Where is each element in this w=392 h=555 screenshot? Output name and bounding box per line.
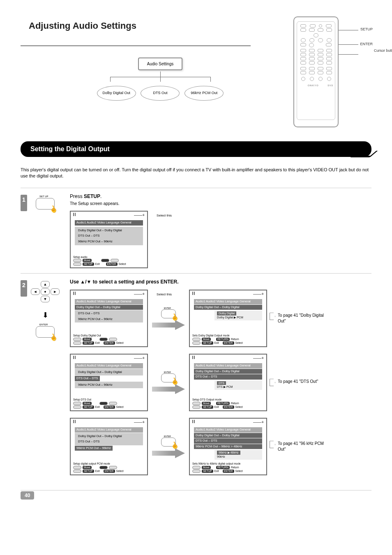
page-number: 40: [21, 491, 34, 500]
remote-label-cursor: Cursor buttons (▲/▼/◀/▶): [374, 48, 392, 53]
cursor-left-icon: ◄: [31, 288, 40, 295]
enter-button-icon: ENTER: [36, 326, 55, 338]
setup-screen-1: + Select this Audio1 Audio2 Video Langua…: [70, 211, 148, 268]
note-dts: To page 41 "DTS Out": [267, 377, 333, 388]
down-arrow-icon: ⬇: [21, 311, 70, 320]
intro-text: This player's digital output can be turn…: [21, 167, 371, 180]
tree-leaf-dts: DTS Out: [141, 86, 180, 101]
step-number: 1: [21, 195, 27, 211]
cursor-up-icon: ▲: [41, 281, 50, 288]
remote-label-enter: ENTER: [360, 42, 373, 46]
arrow-right-icon: [152, 384, 185, 394]
hr-line: [21, 45, 251, 46]
enter-button-icon: ENTER: [161, 309, 176, 318]
settings-tree: Audio Settings Dolby Digital Out DTS Out…: [95, 58, 226, 101]
screen-left-96khz: + Audio1 Audio2 Video Language General D…: [70, 418, 148, 475]
tree-leaf-96khz: 96kHz PCM Out: [184, 86, 224, 101]
screen-right-96khz: + Audio1 Audio2 Video Language General D…: [189, 418, 267, 475]
cursor-down-icon: ▼: [41, 296, 50, 302]
chevron-right-icon: [270, 313, 275, 320]
remote-label-setup: SETUP: [360, 27, 373, 31]
callout-label: Select this: [157, 213, 172, 218]
enter-button-icon: ENTER: [161, 438, 176, 447]
note-dolby: To page 41 "Dolby Digital Out": [267, 311, 333, 326]
arrow-right-icon: [152, 448, 185, 458]
screen-left-dolby: + Select this Audio1 Audio2 Video Langua…: [70, 290, 148, 347]
step-2: 2 ▲ ◄ ● ► ▼ ⬇ ENTER Use ▲/▼ to select a …: [21, 273, 371, 487]
screen-pair-dts: + Audio1 Audio2 Video Language General D…: [70, 354, 371, 411]
tree-root: Audio Settings: [138, 58, 183, 70]
hr-line-shadow: [21, 46, 251, 47]
step1-instruction: Press SETUP. The Setup screen appears.: [70, 193, 371, 207]
screen-right-dolby: + Audio1 Audio2 Video Language General D…: [189, 290, 267, 347]
step-1: 1 SET UP Press SETUP. The Setup screen a…: [21, 188, 371, 274]
tree-leaf-dolby: Dolby Digital Out: [97, 86, 136, 101]
chevron-right-icon: [270, 379, 275, 386]
cursor-enter-icon: ●: [41, 288, 50, 295]
note-96khz: To page 41 "96 kHz PCM Out": [267, 439, 333, 454]
screen-right-dts: + Audio1 Audio2 Video Language General D…: [189, 354, 267, 411]
screen-pair-96khz: + Audio1 Audio2 Video Language General D…: [70, 418, 371, 475]
pause-icon: [73, 213, 76, 216]
screen-left-dts: + Audio1 Audio2 Video Language General D…: [70, 354, 148, 411]
setup-button-icon: SET UP: [36, 198, 55, 210]
menu-tabs: Audio1 Audio2 Video Language General: [75, 220, 143, 226]
enter-button-icon: ENTER: [161, 373, 176, 382]
step-number: 2: [21, 280, 27, 297]
main-heading: Adjusting Audio Settings: [29, 21, 136, 31]
section-heading: Setting the Digital Output: [21, 141, 371, 157]
remote-controller: ONKYO DVD: [293, 16, 339, 127]
step2-instruction: Use ▲/▼ to select a setting and press EN…: [70, 279, 371, 286]
screen-pair-dolby: + Select this Audio1 Audio2 Video Langua…: [70, 290, 371, 347]
arrow-right-icon: [152, 320, 185, 330]
cursor-right-icon: ►: [51, 288, 60, 295]
chevron-right-icon: [270, 441, 275, 448]
